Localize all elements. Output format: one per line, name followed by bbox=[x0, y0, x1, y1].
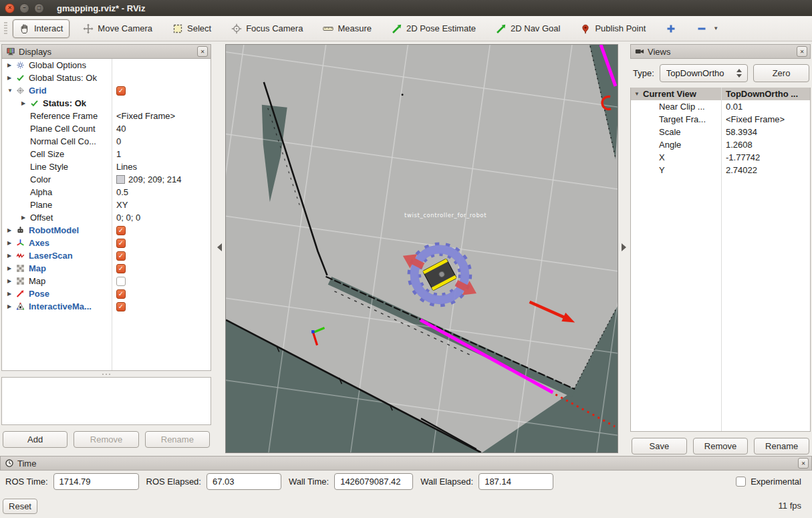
color-swatch[interactable] bbox=[116, 175, 125, 184]
views-panel-title: Views bbox=[648, 47, 797, 57]
displays-close-icon[interactable]: ✕ bbox=[197, 46, 208, 57]
expander-icon[interactable]: ▼ bbox=[7, 88, 16, 94]
tree-row-reference-frame[interactable]: Reference Frame<Fixed Frame> bbox=[2, 110, 211, 122]
view-property-row[interactable]: X-1.77742 bbox=[631, 151, 810, 164]
expander-icon[interactable]: ▶ bbox=[7, 240, 16, 246]
window-close-button[interactable]: ✕ bbox=[5, 3, 15, 13]
chevron-down-icon[interactable]: ▼ bbox=[713, 25, 718, 31]
wall-elapsed-input[interactable] bbox=[479, 473, 553, 490]
tool-interact[interactable]: Interact bbox=[13, 19, 70, 38]
interactive-marker-icon bbox=[16, 302, 29, 311]
expander-icon[interactable]: ▶ bbox=[7, 291, 16, 297]
visibility-checkbox[interactable]: ✓ bbox=[116, 239, 126, 248]
visibility-checkbox[interactable]: ✓ bbox=[116, 251, 126, 261]
expander-icon[interactable]: ▶ bbox=[7, 75, 16, 81]
toolbar-grip[interactable] bbox=[4, 22, 7, 35]
column-divider[interactable] bbox=[112, 59, 112, 370]
wall-time-input[interactable] bbox=[334, 473, 413, 490]
views-rename-button[interactable]: Rename bbox=[754, 438, 809, 455]
experimental-checkbox[interactable] bbox=[736, 477, 746, 487]
views-close-icon[interactable]: ✕ bbox=[797, 46, 807, 57]
panel-splitter-handle[interactable] bbox=[1, 371, 211, 377]
view-property-row[interactable]: Angle1.2608 bbox=[631, 138, 810, 151]
expander-icon[interactable]: ▶ bbox=[7, 253, 16, 259]
row-value: 0; 0; 0 bbox=[116, 213, 140, 223]
expander-icon[interactable]: ▶ bbox=[7, 265, 16, 271]
experimental-toggle[interactable]: Experimental bbox=[736, 477, 801, 487]
tool-focus-camera[interactable]: Focus Camera bbox=[225, 19, 309, 38]
expander-icon[interactable]: ▶ bbox=[21, 215, 30, 221]
expander-icon[interactable]: ▶ bbox=[7, 278, 16, 284]
tree-row-axes[interactable]: ▶Axes✓ bbox=[2, 237, 211, 249]
visibility-checkbox[interactable]: ✓ bbox=[116, 264, 126, 273]
visibility-checkbox[interactable]: ✓ bbox=[116, 302, 126, 311]
tree-row-robotmodel[interactable]: ▶RobotModel✓ bbox=[2, 224, 211, 237]
tool-publish-point[interactable]: Publish Point bbox=[573, 19, 652, 38]
reset-button[interactable]: Reset bbox=[3, 499, 37, 514]
plus-icon bbox=[666, 23, 676, 34]
window-maximize-button[interactable]: ◻ bbox=[34, 3, 44, 13]
tree-row-map[interactable]: ▶Map bbox=[2, 275, 211, 287]
expander-icon[interactable]: ▶ bbox=[7, 62, 16, 68]
tree-row-map[interactable]: ▶Map✓ bbox=[2, 262, 211, 275]
tree-row-plane[interactable]: PlaneXY bbox=[2, 199, 211, 211]
tree-row-cell-size[interactable]: Cell Size1 bbox=[2, 148, 211, 160]
zero-button[interactable]: Zero bbox=[753, 64, 809, 82]
tool-measure[interactable]: Measure bbox=[316, 19, 378, 38]
expander-icon[interactable]: ▶ bbox=[21, 100, 30, 106]
tree-row-line-style[interactable]: Line StyleLines bbox=[2, 160, 211, 173]
ros-time-input[interactable] bbox=[53, 473, 139, 490]
view-property-row[interactable]: Target Fra...<Fixed Frame> bbox=[631, 113, 810, 126]
tree-row-pose[interactable]: ▶Pose✓ bbox=[2, 287, 211, 300]
tree-row-color[interactable]: Color209; 209; 214 bbox=[2, 173, 211, 186]
visibility-checkbox[interactable]: ✓ bbox=[116, 86, 126, 96]
view-property-row[interactable]: Scale58.3934 bbox=[631, 126, 810, 138]
spinner-icon[interactable] bbox=[734, 69, 744, 78]
tree-row-laserscan[interactable]: ▶LaserScan✓ bbox=[2, 249, 211, 262]
window-minimize-button[interactable]: − bbox=[19, 3, 29, 13]
tool-select[interactable]: Select bbox=[166, 19, 218, 38]
right-splitter[interactable] bbox=[618, 41, 630, 452]
displays-add-button[interactable]: Add bbox=[3, 431, 67, 448]
ros-elapsed-input[interactable] bbox=[207, 473, 281, 490]
tree-row-offset[interactable]: ▶Offset0; 0; 0 bbox=[2, 211, 211, 224]
views-save-button[interactable]: Save bbox=[632, 438, 687, 455]
left-splitter[interactable] bbox=[211, 41, 225, 452]
collapse-left-icon[interactable] bbox=[217, 243, 222, 251]
view-type-dropdown[interactable]: TopDownOrtho bbox=[660, 64, 748, 82]
map-scene[interactable]: twist_controller_for_robot bbox=[226, 45, 618, 452]
view-property-row[interactable]: Y2.74022 bbox=[631, 164, 810, 176]
displays-remove-button[interactable]: Remove bbox=[74, 431, 138, 448]
expander-icon[interactable]: ▶ bbox=[7, 227, 16, 233]
tree-row-plane-cell-count[interactable]: Plane Cell Count40 bbox=[2, 122, 211, 135]
row-label: Cell Size bbox=[30, 149, 64, 159]
check-icon bbox=[30, 99, 43, 108]
visibility-checkbox[interactable] bbox=[116, 277, 126, 286]
visibility-checkbox[interactable]: ✓ bbox=[116, 226, 126, 235]
tool-add-tool[interactable] bbox=[659, 19, 683, 38]
green-arrow-icon bbox=[496, 23, 507, 34]
tree-row-global-status-ok[interactable]: ▶Global Status: Ok bbox=[2, 72, 211, 84]
collapse-right-icon[interactable] bbox=[622, 243, 626, 251]
tree-row-grid[interactable]: ▼Grid✓ bbox=[2, 84, 211, 97]
tool-move-camera[interactable]: Move Camera bbox=[76, 19, 159, 38]
displays-rename-button[interactable]: Rename bbox=[145, 431, 210, 448]
tree-row-status-ok[interactable]: ▶Status: Ok bbox=[2, 97, 211, 110]
tree-row-normal-cell-co[interactable]: Normal Cell Co...0 bbox=[2, 135, 211, 148]
current-view-row[interactable]: ▼ Current View TopDownOrtho ... bbox=[631, 88, 810, 100]
visibility-checkbox[interactable]: ✓ bbox=[116, 289, 126, 299]
time-close-icon[interactable]: ✕ bbox=[798, 458, 809, 469]
tree-row-alpha[interactable]: Alpha0.5 bbox=[2, 186, 211, 199]
column-divider[interactable] bbox=[721, 88, 722, 431]
view-property-row[interactable]: Near Clip ...0.01 bbox=[631, 100, 810, 113]
tool-remove-tool[interactable]: ▼ bbox=[690, 19, 725, 38]
expander-icon[interactable]: ▶ bbox=[7, 303, 16, 309]
tool-2d-pose-estimate[interactable]: 2D Pose Estimate bbox=[385, 19, 483, 38]
views-remove-button[interactable]: Remove bbox=[693, 438, 749, 455]
tree-row-global-options[interactable]: ▶Global Options bbox=[2, 59, 211, 72]
tree-row-interactivema[interactable]: ▶InteractiveMa...✓ bbox=[2, 300, 211, 313]
tool-2d-nav-goal[interactable]: 2D Nav Goal bbox=[489, 19, 567, 38]
expander-icon[interactable]: ▼ bbox=[634, 91, 643, 97]
row-label: Alpha bbox=[30, 187, 52, 197]
3d-viewport[interactable]: twist_controller_for_robot bbox=[225, 44, 618, 453]
